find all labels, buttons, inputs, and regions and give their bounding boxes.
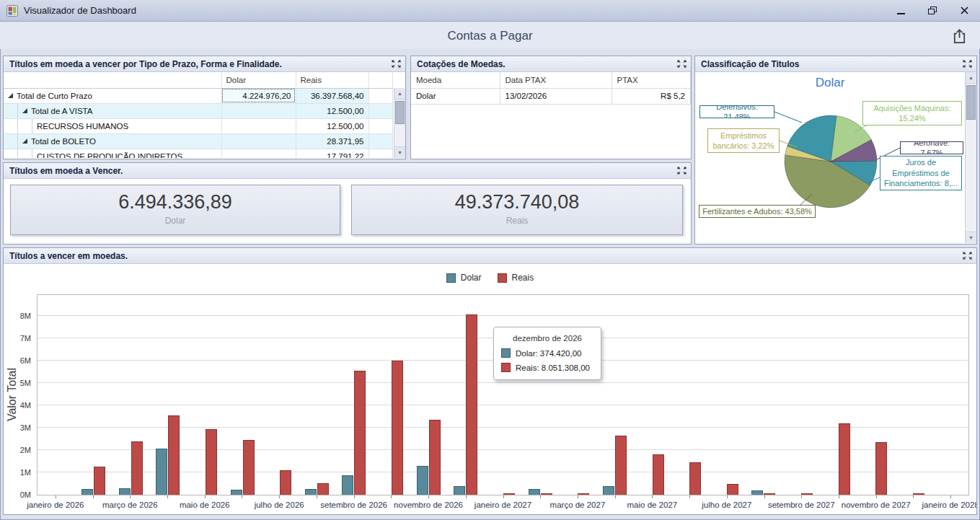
collapse-triangle-icon[interactable] <box>22 138 27 144</box>
quotes-table-body: Moeda Data PTAX PTAX Dolar 13/02/2026 R$… <box>411 72 691 158</box>
bar-reais-setembro-de-2026[interactable] <box>354 371 366 495</box>
tree-cell-dolar[interactable] <box>221 103 296 118</box>
maximize-panel-icon[interactable] <box>392 60 401 68</box>
bar-dolar-novembro-de-2026[interactable] <box>417 466 428 495</box>
bar-reais-fevereiro-de-2026[interactable] <box>94 467 105 495</box>
bar-reais-julho-de-2026[interactable] <box>280 470 291 495</box>
quotes-cell-moeda[interactable]: Dolar <box>411 88 500 104</box>
scrollbar-thumb[interactable] <box>966 85 976 120</box>
tree-cell-dolar[interactable]: 4.224.976,20 <box>221 88 296 103</box>
bar-reais-dezembro-de-2026[interactable] <box>466 314 477 495</box>
bar-reais-agosto-de-2026[interactable] <box>317 483 329 495</box>
x-tick-label: maio de 2027 <box>627 501 678 509</box>
maximize-panel-icon[interactable] <box>677 167 687 175</box>
quotes-cell-data-ptax[interactable]: 13/02/2026 <box>500 88 612 104</box>
bar-reais-julho-de-2027[interactable] <box>727 484 738 495</box>
quotes-col-moeda[interactable]: Moeda <box>411 72 500 88</box>
tree-cell-label[interactable]: Total de Curto Prazo <box>4 88 221 103</box>
quotes-col-ptax[interactable]: PTAX <box>612 72 691 88</box>
minimize-button[interactable] <box>885 0 917 21</box>
collapse-triangle-icon[interactable] <box>22 108 27 113</box>
x-axis-labels: janeiro de 2026março de 2026maio de 2026… <box>37 495 969 514</box>
maximize-panel-icon[interactable] <box>963 60 972 68</box>
bar-reais-agosto-de-2027[interactable] <box>764 493 775 495</box>
bar-dolar-setembro-de-2026[interactable] <box>342 475 353 495</box>
bar-reais-novembro-de-2027[interactable] <box>875 442 887 495</box>
bar-reais-maio-de-2027[interactable] <box>653 454 664 495</box>
bar-reais-junho-de-2026[interactable] <box>243 440 255 495</box>
bar-dolar-março-de-2026[interactable] <box>119 488 131 495</box>
tree-cell-dolar[interactable] <box>221 149 296 158</box>
bar-reais-outubro-de-2027[interactable] <box>839 423 850 495</box>
x-tick-label: março de 2027 <box>550 501 606 509</box>
bar-chart-plot: dezembro de 2026 Dolar: 374.420,00 Reais… <box>37 294 969 495</box>
y-tick-label: 4M <box>20 401 31 410</box>
bar-reais-junho-de-2027[interactable] <box>689 462 701 495</box>
maximize-panel-icon[interactable] <box>677 60 687 68</box>
quotes-cell-ptax[interactable]: R$ 5,2 <box>612 88 691 104</box>
total-card-dolar[interactable]: 6.494.336,89 Dolar <box>10 185 340 235</box>
x-tick-mark <box>913 495 914 498</box>
bar-dolar-dezembro-de-2026[interactable] <box>454 486 465 495</box>
export-button[interactable] <box>950 27 968 45</box>
scroll-down-arrow[interactable]: ▼ <box>394 146 405 158</box>
bar-dolar-abril-de-2026[interactable] <box>156 449 167 495</box>
legend-item-reais[interactable]: Reais <box>498 273 534 283</box>
tree-col-header-reais[interactable]: Reais <box>296 72 368 88</box>
bar-reais-março-de-2027[interactable] <box>578 493 589 495</box>
bar-reais-abril-de-2027[interactable] <box>615 436 627 495</box>
scroll-up-arrow[interactable]: ▲ <box>394 88 405 100</box>
scrollbar-thumb[interactable] <box>395 101 405 124</box>
x-tick-mark <box>689 495 690 498</box>
bar-reais-maio-de-2026[interactable] <box>206 429 217 495</box>
tooltip-row: Dolar: 374.420,00 <box>501 348 593 358</box>
bar-dolar-abril-de-2027[interactable] <box>603 486 614 495</box>
tree-col-header-empty[interactable] <box>4 72 221 88</box>
tooltip-row: Reais: 8.051.308,00 <box>501 363 593 372</box>
panel-title: Classificação de Titulos <box>701 59 800 69</box>
tree-cell-label[interactable]: CUSTOS DE PRODUÇÃO INDIRETOS <box>4 149 221 158</box>
bar-reais-setembro-de-2027[interactable] <box>801 493 813 495</box>
total-card-reais[interactable]: 49.373.740,08 Reais <box>351 185 683 235</box>
bar-dolar-agosto-de-2027[interactable] <box>751 490 763 495</box>
bar-reais-novembro-de-2026[interactable] <box>429 420 441 495</box>
scroll-down-arrow[interactable]: ▼ <box>966 232 976 243</box>
panel-title: Títulos em moeda a vencer por Tipo de Pr… <box>9 59 282 69</box>
tree-cell-reais[interactable]: 28.371,95 <box>296 133 368 149</box>
quotes-col-data-ptax[interactable]: Data PTAX <box>500 72 612 88</box>
bar-dolar-junho-de-2026[interactable] <box>231 490 242 495</box>
tree-col-header-dolar[interactable]: Dolar <box>221 72 296 88</box>
tree-cell-label[interactable]: Total de BOLETO <box>4 133 221 149</box>
x-tick-mark <box>56 495 56 498</box>
collapse-triangle-icon[interactable] <box>8 93 13 98</box>
bar-reais-janeiro-de-2027[interactable] <box>503 493 515 495</box>
tree-cell-label[interactable]: Total de A VISTA <box>4 103 221 118</box>
vertical-scrollbar[interactable]: ▲ ▼ <box>394 88 405 158</box>
pie-callout-line <box>774 112 802 123</box>
close-button[interactable] <box>948 0 980 21</box>
tree-cell-dolar[interactable] <box>221 118 296 133</box>
legend-color-chip <box>498 273 507 283</box>
tree-cell-reais[interactable]: 12.500,00 <box>296 103 368 118</box>
bar-dolar-fevereiro-de-2026[interactable] <box>81 489 93 495</box>
tree-cell-reais[interactable]: 12.500,00 <box>296 118 368 133</box>
bar-reais-abril-de-2026[interactable] <box>168 415 180 495</box>
bar-dolar-agosto-de-2026[interactable] <box>305 489 317 495</box>
legend-item-dolar[interactable]: Dolar <box>446 273 482 283</box>
tree-cell-label[interactable]: RECURSOS HUMANOS <box>4 118 221 133</box>
restore-button[interactable] <box>917 0 948 21</box>
tree-cell-dolar[interactable] <box>221 133 296 149</box>
bar-dolar-fevereiro-de-2027[interactable] <box>529 489 540 495</box>
bar-reais-outubro-de-2026[interactable] <box>392 361 403 495</box>
tree-cell-reais[interactable]: 17.791,22 <box>296 149 368 158</box>
y-tick-label: 3M <box>20 423 31 432</box>
tree-cell-reais[interactable]: 36.397.568,40 <box>296 88 368 103</box>
scroll-up-arrow[interactable]: ▲ <box>966 72 976 84</box>
x-tick-mark <box>242 495 242 498</box>
vertical-scrollbar[interactable]: ▲ ▼ <box>965 72 976 243</box>
maximize-panel-icon[interactable] <box>963 252 972 260</box>
bar-reais-março-de-2026[interactable] <box>131 441 143 495</box>
bar-reais-dezembro-de-2027[interactable] <box>913 493 924 495</box>
x-tick-label: janeiro de 2026 <box>27 501 84 509</box>
bar-reais-fevereiro-de-2027[interactable] <box>541 493 552 495</box>
